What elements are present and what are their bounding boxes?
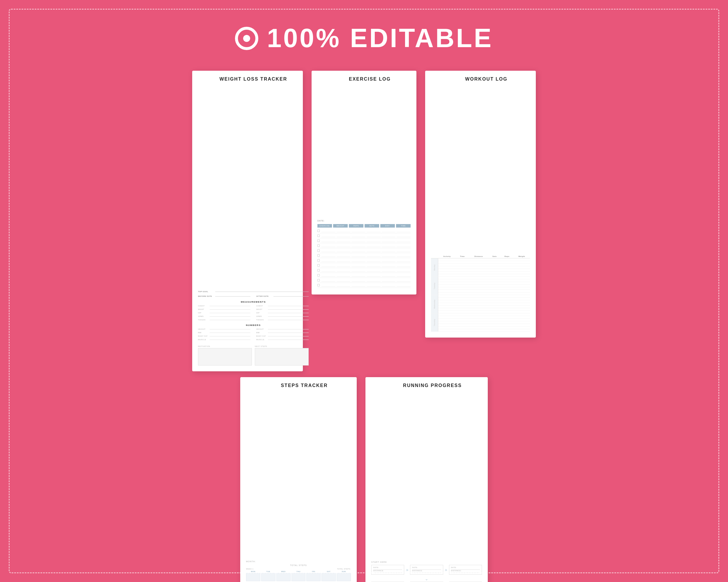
wl-data-cell bbox=[513, 277, 530, 279]
wl-data-cell bbox=[489, 285, 500, 287]
wlt-arms-right: ARMS bbox=[256, 315, 268, 317]
wl-data-cell bbox=[489, 316, 500, 318]
wl-data-cell bbox=[489, 306, 500, 308]
wl-data-cell bbox=[456, 282, 469, 285]
wl-data-cell bbox=[438, 308, 456, 311]
wl-col-distance: Distance bbox=[469, 255, 489, 258]
el-col-dist: DIST. bbox=[380, 224, 395, 227]
wl-data-cell bbox=[500, 295, 514, 298]
el-weight-cell bbox=[337, 239, 350, 242]
wlt-waist-right: WAIST bbox=[256, 308, 268, 310]
el-row bbox=[317, 254, 411, 258]
el-reps-cell bbox=[352, 254, 365, 257]
wl-data-cell bbox=[489, 293, 500, 295]
wl-data-cell bbox=[500, 285, 514, 287]
el-checkbox bbox=[317, 284, 320, 286]
wl-data-cell bbox=[513, 285, 530, 287]
wl-row bbox=[431, 261, 530, 264]
wl-data-cell bbox=[489, 308, 500, 311]
wl-col-sets: Sets bbox=[489, 255, 500, 258]
wl-row bbox=[431, 266, 530, 269]
el-rows-container bbox=[317, 229, 411, 288]
wl-data-cell bbox=[438, 321, 456, 324]
wl-data-cell bbox=[469, 329, 489, 332]
rp-rows-container: DATE: DISTANCE: » DATE: DISTANCE: » DATE… bbox=[371, 565, 482, 582]
wl-row bbox=[431, 264, 530, 266]
wl-data-cell bbox=[456, 308, 469, 311]
wl-data-cell bbox=[456, 279, 469, 282]
wl-data-cell bbox=[469, 287, 489, 290]
wl-data-cell bbox=[469, 316, 489, 318]
wl-data-cell bbox=[469, 272, 489, 274]
el-row bbox=[317, 249, 411, 253]
el-cells bbox=[321, 274, 411, 277]
el-dist-cell bbox=[382, 274, 396, 277]
wl-col-time: Time bbox=[456, 255, 469, 258]
el-reps-cell bbox=[352, 234, 365, 237]
wl-data-cell bbox=[456, 295, 469, 298]
wl-data-cell bbox=[500, 306, 514, 308]
wl-data-cell bbox=[489, 264, 500, 266]
wl-data-cell bbox=[489, 321, 500, 324]
st-days-row: MON TUE WED THU bbox=[246, 571, 351, 581]
st-day-box bbox=[306, 573, 321, 581]
rp-row: DATE: DISTANCE: » DATE: DISTANCE: » DATE… bbox=[371, 565, 482, 575]
wl-data-cell bbox=[513, 306, 530, 308]
wl-data-cell bbox=[456, 298, 469, 300]
el-reps-cell bbox=[352, 264, 365, 267]
wl-data-cell bbox=[438, 264, 456, 266]
wl-data-cell bbox=[500, 316, 514, 318]
el-weight-cell bbox=[337, 254, 350, 257]
wlt-after-label: AFTER DATE bbox=[256, 295, 272, 297]
st-week-header: WEEK 1 TOTAL STEPS: bbox=[246, 568, 351, 570]
wl-data-cell bbox=[456, 303, 469, 306]
el-dist-cell bbox=[382, 234, 396, 237]
el-dist-cell bbox=[382, 239, 396, 242]
st-day-label: SAT bbox=[321, 571, 336, 573]
wl-data-cell bbox=[456, 274, 469, 277]
wl-data-cell bbox=[513, 321, 530, 324]
wl-data-cell bbox=[438, 324, 456, 327]
el-cells bbox=[321, 249, 411, 252]
el-col-sets: SETS bbox=[365, 224, 379, 227]
rp-arrow: » bbox=[406, 567, 408, 572]
wl-row bbox=[431, 287, 530, 290]
wl-data-cell bbox=[438, 318, 456, 321]
wlt-measurements-title: MEASUREMENTS bbox=[198, 301, 309, 303]
wl-data-cell bbox=[469, 274, 489, 277]
el-dist-cell bbox=[382, 229, 396, 232]
el-reps-cell bbox=[352, 259, 365, 262]
wl-data-cell bbox=[513, 318, 530, 321]
el-weight-cell bbox=[337, 229, 350, 232]
wl-data-cell bbox=[513, 282, 530, 285]
el-checkbox bbox=[317, 234, 320, 237]
wl-data-cell bbox=[469, 298, 489, 300]
wl-data-cell bbox=[456, 327, 469, 329]
wl-data-cell bbox=[456, 293, 469, 295]
wl-data-cell bbox=[500, 293, 514, 295]
wl-data-cell bbox=[500, 313, 514, 316]
wl-row bbox=[431, 324, 530, 327]
wl-data-cell bbox=[469, 300, 489, 303]
wl-data-cell bbox=[513, 295, 530, 298]
header-section: 100% EDITABLE bbox=[0, 0, 728, 53]
wl-data-cell bbox=[489, 290, 500, 293]
wl-data-cell bbox=[438, 329, 456, 332]
el-row bbox=[317, 264, 411, 268]
wl-day-cell: Thursday bbox=[431, 313, 438, 332]
el-cells bbox=[321, 234, 411, 237]
rp-down-arrow: ⌄ bbox=[371, 577, 482, 581]
wl-col-reps: Reps bbox=[500, 255, 514, 258]
st-day-label: SUN bbox=[337, 571, 351, 573]
el-sets-cell bbox=[367, 279, 381, 282]
wl-data-cell bbox=[513, 303, 530, 306]
wl-data-cell bbox=[469, 261, 489, 264]
el-sets-cell bbox=[367, 284, 381, 287]
wl-data-cell bbox=[489, 274, 500, 277]
wl-data-cell bbox=[500, 324, 514, 327]
wl-data-cell bbox=[489, 279, 500, 282]
el-checkbox bbox=[317, 274, 320, 276]
wl-row bbox=[431, 269, 530, 272]
st-day-box bbox=[337, 573, 351, 581]
el-checkbox bbox=[317, 240, 320, 242]
